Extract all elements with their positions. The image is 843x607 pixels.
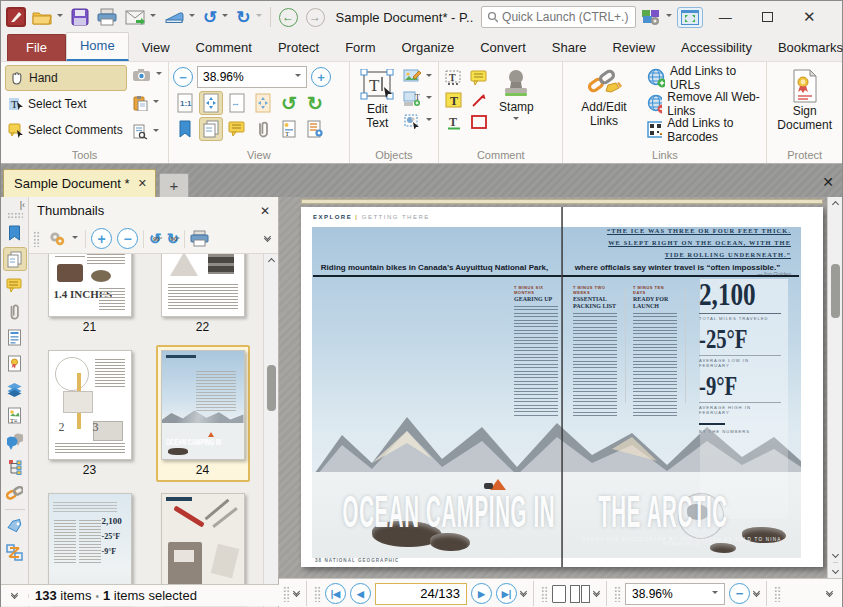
sidebar-fields-button[interactable]: [3, 325, 27, 349]
sidebar-content-button[interactable]: T≡: [3, 403, 27, 427]
thumbnails-zoom-out-button[interactable]: −: [117, 228, 138, 249]
comments-pane-button[interactable]: [225, 117, 249, 141]
add-links-to-urls-button[interactable]: Add Links to URLs: [647, 65, 763, 91]
sidebar-structure-button[interactable]: [3, 455, 27, 479]
sidebar-grip[interactable]: [7, 212, 23, 220]
tab-form[interactable]: Form: [332, 35, 388, 61]
thumbnail-cell-24-selected[interactable]: OCEAN CAMPING IN 24: [156, 345, 250, 482]
select-text-button[interactable]: T Select Text: [5, 91, 127, 117]
undo-button[interactable]: ↺: [200, 5, 231, 30]
bottom-zoom-out-button[interactable]: −: [729, 583, 750, 604]
right-overflow-button[interactable]: [827, 592, 832, 596]
highlight-text-tool-button[interactable]: T: [443, 89, 465, 111]
actual-size-button[interactable]: 1:1: [173, 91, 197, 115]
sidebar-comments-button[interactable]: [3, 273, 27, 297]
edit-image-button[interactable]: [401, 68, 434, 85]
select-comments-button[interactable]: Select Comments: [5, 117, 127, 143]
typewriter-tool-button[interactable]: T: [443, 67, 465, 89]
sign-document-button[interactable]: Sign Document: [771, 65, 838, 135]
tab-view[interactable]: View: [129, 35, 183, 61]
single-page-layout-button[interactable]: [552, 585, 566, 603]
underline-text-tool-button[interactable]: T: [443, 111, 465, 133]
sidebar-bookmarks-button[interactable]: [3, 221, 27, 245]
thumbnails-print-button[interactable]: [190, 230, 209, 247]
hand-tool-button[interactable]: Hand: [5, 65, 127, 91]
snapshot-button[interactable]: [130, 67, 164, 83]
last-page-button[interactable]: ▶|: [496, 583, 517, 604]
rotate-ccw-button[interactable]: ↺: [277, 91, 301, 115]
thumbnails-scrollbar[interactable]: [263, 254, 278, 607]
zoom-out-button[interactable]: −: [173, 67, 193, 87]
thumbnail-cell-23[interactable]: 2 3 23: [43, 345, 137, 482]
attachments-pane-button[interactable]: [251, 117, 275, 141]
sidebar-order-button[interactable]: [3, 540, 27, 564]
thumbnail-cell-21[interactable]: 1.4 INCHES 21: [43, 254, 137, 339]
add-links-to-barcodes-button[interactable]: Add Links to Barcodes: [647, 117, 763, 143]
thumbnails-panel-close-button[interactable]: ✕: [260, 204, 270, 218]
rotate-ccw-90-button[interactable]: ↺90°: [149, 230, 162, 248]
tab-convert[interactable]: Convert: [467, 35, 539, 61]
sticky-note-tool-button[interactable]: [468, 67, 490, 89]
redo-button[interactable]: ↻: [233, 5, 264, 30]
fit-visible-button[interactable]: [251, 91, 275, 115]
quick-launch-box[interactable]: [481, 6, 636, 28]
save-button[interactable]: [68, 6, 92, 28]
sidebar-links-button[interactable]: [3, 481, 27, 505]
tab-bookmarks[interactable]: Bookmarks: [765, 35, 843, 61]
fit-width-button[interactable]: ↔: [225, 91, 249, 115]
nav-overflow-button[interactable]: [521, 592, 526, 596]
find-tool-button[interactable]: [130, 123, 164, 141]
bottom-zoom-combo[interactable]: 38.96%: [625, 583, 725, 605]
tab-accessibility[interactable]: Accessibility: [668, 35, 765, 61]
tab-comment[interactable]: Comment: [183, 35, 265, 61]
rotate-cw-90-button[interactable]: ↻90°: [167, 230, 180, 248]
thumbnails-scroll-up-icon[interactable]: [269, 254, 274, 269]
tab-bar-close-button[interactable]: ✕: [822, 174, 834, 190]
thumbnails-toolbar-grip[interactable]: [33, 231, 40, 247]
page-number-input[interactable]: [405, 586, 435, 601]
tab-organize[interactable]: Organize: [388, 35, 467, 61]
bookmarks-pane-button[interactable]: [173, 117, 197, 141]
sidebar-attachments-button[interactable]: [3, 299, 27, 323]
fullscreen-button[interactable]: [677, 7, 703, 28]
sidebar-tags-button[interactable]: [3, 514, 27, 538]
toolbar-grip[interactable]: [283, 586, 290, 602]
sidebar-signatures-button[interactable]: [3, 351, 27, 375]
next-page-button[interactable]: ▶: [471, 583, 492, 604]
thumbnail-cell-22[interactable]: 22: [156, 254, 250, 339]
email-button[interactable]: [122, 8, 159, 27]
minimize-button[interactable]: —: [705, 3, 745, 31]
new-tab-button[interactable]: +: [159, 173, 189, 197]
fields-pane-button[interactable]: T: [277, 117, 301, 141]
tab-protect[interactable]: Protect: [265, 35, 332, 61]
thumbnails-pane-button[interactable]: [199, 117, 223, 141]
first-page-button[interactable]: |◀: [325, 583, 346, 604]
add-edit-links-button[interactable]: Add/Edit Links: [567, 65, 640, 143]
sidebar-layers-button[interactable]: [3, 377, 27, 401]
toolbar-grip[interactable]: [314, 586, 321, 602]
facing-pages-layout-button[interactable]: [570, 585, 590, 603]
status-more-button[interactable]: [12, 594, 17, 598]
toolbar-grip[interactable]: [774, 586, 781, 602]
document-scrollbar[interactable]: [827, 197, 842, 578]
rotate-cw-button[interactable]: ↻: [303, 91, 327, 115]
zoom-in-button[interactable]: +: [311, 67, 331, 87]
fit-page-button[interactable]: [199, 91, 223, 115]
document-tab-active[interactable]: Sample Document * ✕: [3, 169, 156, 197]
add-text-button[interactable]: T: [401, 90, 434, 107]
previous-page-button[interactable]: ◀: [350, 583, 371, 604]
document-next-page-jump-icon[interactable]: [833, 562, 838, 578]
content-pane-button[interactable]: [303, 117, 327, 141]
document-scroll-down-icon[interactable]: [833, 547, 838, 562]
tab-review[interactable]: Review: [599, 35, 668, 61]
document-pane[interactable]: EXPLORE | GETTING THERE: [279, 197, 842, 607]
tab-file[interactable]: File: [7, 34, 66, 61]
paste-button[interactable]: [130, 94, 164, 112]
rectangle-tool-button[interactable]: [468, 111, 490, 133]
document-tab-close-icon[interactable]: ✕: [138, 177, 147, 190]
scan-button[interactable]: [161, 8, 198, 26]
tab-share[interactable]: Share: [539, 35, 600, 61]
page-number-box[interactable]: /133: [375, 583, 467, 605]
customize-toolbars-button[interactable]: [638, 6, 675, 28]
print-button[interactable]: [94, 6, 120, 28]
